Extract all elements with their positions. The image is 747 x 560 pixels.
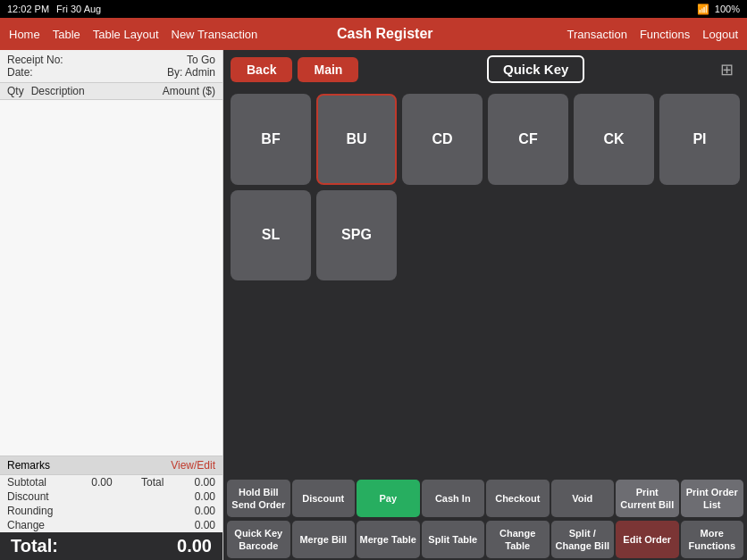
total-label: Total xyxy=(119,476,164,489)
checkout-button[interactable]: Checkout xyxy=(486,480,550,517)
view-edit-label[interactable]: View/Edit xyxy=(171,459,215,472)
key-empty-13 xyxy=(316,286,397,377)
key-empty-16 xyxy=(574,286,654,377)
receipt-no-label: Receipt No: xyxy=(7,54,63,66)
nav-title: Cash Register xyxy=(272,26,498,42)
key-spg[interactable]: SPG xyxy=(316,190,397,281)
key-empty-21 xyxy=(488,382,568,473)
key-ck[interactable]: CK xyxy=(574,94,654,185)
edit-order-button[interactable]: Edit Order xyxy=(616,521,679,558)
key-empty-8 xyxy=(402,190,483,281)
discount-label: Discount xyxy=(7,490,61,503)
nav-right: Transaction Functions Logout xyxy=(512,28,738,41)
action-bar-1: Hold Bill Send OrderDiscountPayCash InCh… xyxy=(223,478,747,519)
key-sl[interactable]: SL xyxy=(231,190,311,281)
to-go-label: To Go xyxy=(187,54,215,66)
grand-total-value: 0.00 xyxy=(177,536,212,556)
top-bar: Back Main Quick Key ⊞ xyxy=(223,50,747,88)
discount-button[interactable]: Discount xyxy=(292,480,356,517)
change-value: 0.00 xyxy=(171,519,215,531)
nav-table[interactable]: Table xyxy=(53,28,80,41)
receipt-body xyxy=(0,100,222,456)
remarks-row: Remarks View/Edit xyxy=(0,456,222,475)
left-panel: Receipt No: To Go Date: By: Admin Qty De… xyxy=(0,50,223,560)
key-empty-14 xyxy=(402,286,483,377)
col-description: Description xyxy=(31,85,85,97)
remarks-label: Remarks xyxy=(7,459,50,472)
subtotal-value: 0.00 xyxy=(68,476,113,489)
receipt-header: Receipt No: To Go Date: By: Admin xyxy=(0,50,222,83)
key-empty-18 xyxy=(231,382,311,473)
rounding-value: 0.00 xyxy=(171,505,215,517)
key-empty-23 xyxy=(659,382,740,473)
battery-level: 100% xyxy=(715,4,740,14)
grand-total-label: Total: xyxy=(11,536,58,556)
nav-bar: Home Table Table Layout New Transaction … xyxy=(0,18,747,50)
key-empty-19 xyxy=(316,382,397,473)
quick-key-label: Quick Key xyxy=(487,55,584,83)
merge-table-button[interactable]: Merge Table xyxy=(357,521,420,558)
print-order-list-button[interactable]: Print Order List xyxy=(681,480,744,517)
status-bar: 12:02 PM Fri 30 Aug 📶 100% xyxy=(0,0,747,18)
col-qty: Qty xyxy=(7,85,24,97)
void-button[interactable]: Void xyxy=(551,480,615,517)
bottom-bars: Hold Bill Send OrderDiscountPayCash InCh… xyxy=(223,478,747,560)
change-label: Change xyxy=(7,519,61,531)
nav-home[interactable]: Home xyxy=(9,28,40,41)
key-empty-11 xyxy=(659,190,740,281)
key-empty-22 xyxy=(574,382,654,473)
nav-logout[interactable]: Logout xyxy=(702,28,738,41)
split-table-button[interactable]: Split Table xyxy=(422,521,485,558)
subtotal-label: Subtotal xyxy=(7,476,61,489)
key-empty-20 xyxy=(402,382,483,473)
nav-transaction[interactable]: Transaction xyxy=(567,28,626,41)
key-empty-12 xyxy=(231,286,311,377)
main-layout: Receipt No: To Go Date: By: Admin Qty De… xyxy=(0,50,747,560)
nav-new-transaction[interactable]: New Transaction xyxy=(172,28,258,41)
receipt-footer: Remarks View/Edit Subtotal 0.00 Total 0.… xyxy=(0,456,222,532)
key-cd[interactable]: CD xyxy=(402,94,483,185)
split-change-bill-button[interactable]: Split / Change Bill xyxy=(551,521,615,558)
rounding-label: Rounding xyxy=(7,505,61,517)
nav-left: Home Table Table Layout New Transaction xyxy=(9,28,257,41)
grid-icon[interactable]: ⊞ xyxy=(713,56,740,83)
quick-key-barcode-button[interactable]: Quick Key Barcode xyxy=(227,521,290,558)
key-bf[interactable]: BF xyxy=(231,94,311,185)
pay-button[interactable]: Pay xyxy=(357,480,420,517)
key-cf[interactable]: CF xyxy=(488,94,568,185)
nav-table-layout[interactable]: Table Layout xyxy=(93,28,159,41)
print-current-bill-button[interactable]: Print Current Bill xyxy=(616,480,679,517)
total-value: 0.00 xyxy=(171,476,215,489)
merge-bill-button[interactable]: Merge Bill xyxy=(292,521,356,558)
more-functions-button[interactable]: More Functions xyxy=(681,521,744,558)
col-amount: Amount ($) xyxy=(163,85,215,97)
key-pi[interactable]: PI xyxy=(659,94,740,185)
total-bar: Total: 0.00 xyxy=(0,532,222,560)
status-time: 12:02 PM xyxy=(7,4,49,14)
change-table-button[interactable]: Change Table xyxy=(486,521,550,558)
key-empty-10 xyxy=(574,190,654,281)
key-empty-17 xyxy=(659,286,740,377)
right-panel: Back Main Quick Key ⊞ BFBUCDCFCKPISLSPG … xyxy=(223,50,747,560)
by-label: By: Admin xyxy=(167,66,215,79)
cash-in-button[interactable]: Cash In xyxy=(422,480,485,517)
nav-functions[interactable]: Functions xyxy=(640,28,690,41)
status-date: Fri 30 Aug xyxy=(56,4,101,14)
action-bar-2: Quick Key BarcodeMerge BillMerge TableSp… xyxy=(223,519,747,560)
date-label: Date: xyxy=(7,66,33,79)
key-bu[interactable]: BU xyxy=(316,94,397,185)
key-grid: BFBUCDCFCKPISLSPG xyxy=(223,88,747,478)
discount-value: 0.00 xyxy=(171,490,215,503)
key-empty-15 xyxy=(488,286,568,377)
back-button[interactable]: Back xyxy=(231,57,292,82)
main-button[interactable]: Main xyxy=(298,57,358,82)
receipt-columns: Qty Description Amount ($) xyxy=(0,83,222,100)
wifi-icon: 📶 xyxy=(697,4,709,15)
hold-bill-button[interactable]: Hold Bill Send Order xyxy=(227,480,290,517)
key-empty-9 xyxy=(488,190,568,281)
